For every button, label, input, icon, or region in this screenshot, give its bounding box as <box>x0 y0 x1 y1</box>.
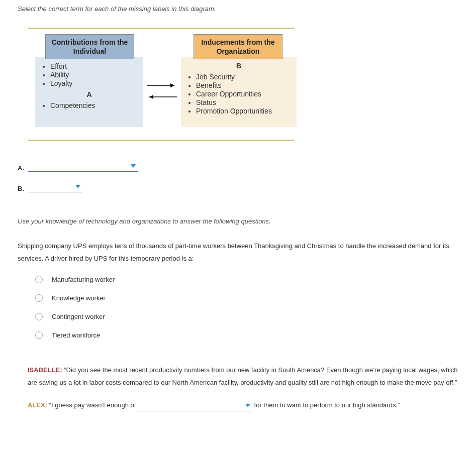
instruction-text-1: Select the correct term for each of the … <box>18 5 466 13</box>
list-item: Status <box>196 98 293 106</box>
answer-label-b: B. <box>18 185 24 192</box>
dialogue-alex: ALEX: “I guess pay wasn’t enough of for … <box>28 399 466 412</box>
chevron-down-icon <box>75 185 80 188</box>
dialogue-text-post: for them to want to perform to our high … <box>252 401 400 409</box>
answer-row-a: A. <box>18 161 466 172</box>
options-group: Manufacturing worker Knowledge worker Co… <box>35 276 466 339</box>
option-row[interactable]: Contingent worker <box>35 313 466 320</box>
radio-button[interactable] <box>35 313 43 320</box>
box-inducements: B Job Security Benefits Career Opportuni… <box>181 57 297 127</box>
radio-button[interactable] <box>35 294 43 302</box>
diagram: Contributions from the Individual Induce… <box>28 29 309 140</box>
chevron-down-icon <box>131 164 136 168</box>
divider-bottom <box>28 140 294 141</box>
radio-button[interactable] <box>35 331 43 339</box>
svg-marker-3 <box>149 95 153 99</box>
option-row[interactable]: Manufacturing worker <box>35 276 466 283</box>
header-contributions: Contributions from the Individual <box>45 34 134 59</box>
list-item: Job Security <box>196 73 293 81</box>
dropdown-alex[interactable] <box>138 401 252 411</box>
exchange-arrows-icon <box>144 79 179 104</box>
dialogue-text: “Did you see the most recent productivit… <box>28 366 458 386</box>
dialogue-block: ISABELLE: “Did you see the most recent p… <box>28 364 466 411</box>
box-contributions: Effort Ability Loyalty A Competencies <box>35 57 143 127</box>
answer-label-a: A. <box>18 164 24 172</box>
option-label: Tiered workforce <box>52 331 100 339</box>
option-row[interactable]: Knowledge worker <box>35 294 466 302</box>
option-label: Knowledge worker <box>52 294 106 302</box>
svg-marker-1 <box>170 83 174 87</box>
list-item: Benefits <box>196 81 293 89</box>
dialogue-isabelle: ISABELLE: “Did you see the most recent p… <box>28 364 466 389</box>
diagram-container: Contributions from the Individual Induce… <box>28 28 466 141</box>
dropdown-a[interactable] <box>28 161 138 172</box>
question-text: Shipping company UPS employs tens of tho… <box>18 240 466 265</box>
header-inducements: Inducements from the Organization <box>194 34 282 59</box>
dialogue-text-pre: “I guess pay wasn’t enough of <box>49 401 138 409</box>
list-item: Loyalty <box>50 79 139 87</box>
answer-row-b: B. <box>18 182 466 192</box>
list-item: Competencies <box>50 101 139 109</box>
blank-label-b: B <box>185 62 293 70</box>
list-item: Ability <box>50 71 139 79</box>
list-item: Promotion Opportunities <box>196 107 293 115</box>
option-row[interactable]: Tiered workforce <box>35 331 466 339</box>
dropdown-b[interactable] <box>28 182 82 192</box>
blank-label-a: A <box>39 90 139 98</box>
instruction-text-2: Use your knowledge of technology and org… <box>18 217 466 225</box>
option-label: Manufacturing worker <box>52 276 115 283</box>
list-item: Effort <box>50 62 139 70</box>
list-item: Career Opportunities <box>196 90 293 98</box>
radio-button[interactable] <box>35 276 43 283</box>
option-label: Contingent worker <box>52 313 105 320</box>
chevron-down-icon <box>245 404 250 407</box>
speaker-isabelle: ISABELLE: <box>28 366 62 374</box>
speaker-alex: ALEX: <box>28 401 47 409</box>
